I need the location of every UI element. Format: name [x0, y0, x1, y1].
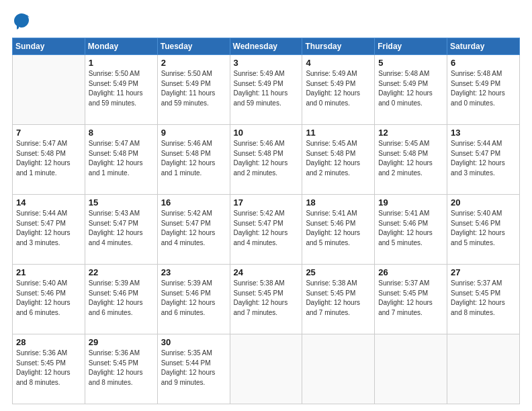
day-info: Sunrise: 5:41 AM Sunset: 5:46 PM Dayligh…	[306, 209, 371, 248]
weekday-header-sunday: Sunday	[13, 38, 85, 55]
day-info: Sunrise: 5:42 AM Sunset: 5:47 PM Dayligh…	[234, 209, 299, 248]
calendar-cell: 29Sunrise: 5:36 AM Sunset: 5:45 PM Dayli…	[85, 334, 157, 404]
weekday-header-saturday: Saturday	[447, 38, 520, 55]
day-info: Sunrise: 5:44 AM Sunset: 5:47 PM Dayligh…	[451, 139, 516, 178]
calendar-cell: 24Sunrise: 5:38 AM Sunset: 5:45 PM Dayli…	[230, 265, 302, 334]
day-number: 17	[234, 197, 299, 208]
day-info: Sunrise: 5:41 AM Sunset: 5:46 PM Dayligh…	[378, 209, 443, 248]
day-number: 5	[378, 58, 443, 68]
day-number: 8	[89, 128, 154, 138]
weekday-header-row: SundayMondayTuesdayWednesdayThursdayFrid…	[13, 38, 520, 55]
calendar-cell: 2Sunrise: 5:50 AM Sunset: 5:49 PM Daylig…	[157, 55, 230, 125]
calendar-cell: 4Sunrise: 5:49 AM Sunset: 5:49 PM Daylig…	[302, 55, 375, 125]
header	[12, 12, 520, 31]
day-info: Sunrise: 5:40 AM Sunset: 5:46 PM Dayligh…	[451, 209, 516, 248]
weekday-header-friday: Friday	[375, 38, 447, 55]
logo-icon	[12, 12, 31, 31]
logo	[12, 12, 34, 31]
calendar-cell: 17Sunrise: 5:42 AM Sunset: 5:47 PM Dayli…	[230, 195, 302, 265]
calendar-cell: 1Sunrise: 5:50 AM Sunset: 5:49 PM Daylig…	[85, 55, 157, 125]
day-number: 22	[89, 267, 154, 277]
calendar-cell: 8Sunrise: 5:47 AM Sunset: 5:48 PM Daylig…	[85, 125, 157, 195]
day-number: 24	[234, 267, 299, 277]
day-number: 29	[89, 337, 154, 347]
calendar-cell	[230, 334, 302, 404]
day-info: Sunrise: 5:49 AM Sunset: 5:49 PM Dayligh…	[306, 69, 371, 108]
day-number: 19	[378, 197, 443, 208]
day-info: Sunrise: 5:40 AM Sunset: 5:46 PM Dayligh…	[16, 279, 81, 318]
calendar-cell	[13, 55, 85, 125]
day-number: 4	[306, 58, 371, 68]
week-row-5: 28Sunrise: 5:36 AM Sunset: 5:45 PM Dayli…	[13, 334, 520, 404]
day-number: 23	[161, 267, 226, 277]
day-number: 2	[161, 58, 226, 68]
day-info: Sunrise: 5:48 AM Sunset: 5:49 PM Dayligh…	[451, 69, 516, 108]
day-info: Sunrise: 5:47 AM Sunset: 5:48 PM Dayligh…	[89, 139, 154, 178]
day-number: 18	[306, 197, 371, 208]
day-info: Sunrise: 5:39 AM Sunset: 5:46 PM Dayligh…	[161, 279, 226, 318]
day-number: 12	[378, 128, 443, 138]
calendar-cell: 11Sunrise: 5:45 AM Sunset: 5:48 PM Dayli…	[302, 125, 375, 195]
calendar-cell: 27Sunrise: 5:37 AM Sunset: 5:45 PM Dayli…	[447, 265, 520, 334]
calendar-cell: 13Sunrise: 5:44 AM Sunset: 5:47 PM Dayli…	[447, 125, 520, 195]
day-info: Sunrise: 5:37 AM Sunset: 5:45 PM Dayligh…	[378, 279, 443, 318]
day-info: Sunrise: 5:46 AM Sunset: 5:48 PM Dayligh…	[234, 139, 299, 178]
calendar-cell: 28Sunrise: 5:36 AM Sunset: 5:45 PM Dayli…	[13, 334, 85, 404]
day-info: Sunrise: 5:36 AM Sunset: 5:45 PM Dayligh…	[16, 349, 81, 387]
day-number: 11	[306, 128, 371, 138]
calendar-cell: 18Sunrise: 5:41 AM Sunset: 5:46 PM Dayli…	[302, 195, 375, 265]
calendar-cell: 16Sunrise: 5:42 AM Sunset: 5:47 PM Dayli…	[157, 195, 230, 265]
day-number: 21	[16, 267, 81, 277]
day-number: 1	[89, 58, 154, 68]
calendar-cell: 19Sunrise: 5:41 AM Sunset: 5:46 PM Dayli…	[375, 195, 447, 265]
day-info: Sunrise: 5:47 AM Sunset: 5:48 PM Dayligh…	[16, 139, 81, 178]
calendar-cell: 30Sunrise: 5:35 AM Sunset: 5:44 PM Dayli…	[157, 334, 230, 404]
day-info: Sunrise: 5:38 AM Sunset: 5:45 PM Dayligh…	[234, 279, 299, 318]
day-number: 20	[451, 197, 516, 208]
week-row-3: 14Sunrise: 5:44 AM Sunset: 5:47 PM Dayli…	[13, 195, 520, 265]
weekday-header-wednesday: Wednesday	[230, 38, 302, 55]
day-info: Sunrise: 5:50 AM Sunset: 5:49 PM Dayligh…	[161, 69, 226, 108]
calendar-cell: 12Sunrise: 5:45 AM Sunset: 5:48 PM Dayli…	[375, 125, 447, 195]
calendar-cell: 10Sunrise: 5:46 AM Sunset: 5:48 PM Dayli…	[230, 125, 302, 195]
day-info: Sunrise: 5:49 AM Sunset: 5:49 PM Dayligh…	[234, 69, 299, 108]
weekday-header-tuesday: Tuesday	[157, 38, 230, 55]
day-info: Sunrise: 5:45 AM Sunset: 5:48 PM Dayligh…	[306, 139, 371, 178]
day-number: 28	[16, 337, 81, 347]
day-info: Sunrise: 5:46 AM Sunset: 5:48 PM Dayligh…	[161, 139, 226, 178]
day-number: 16	[161, 197, 226, 208]
day-info: Sunrise: 5:36 AM Sunset: 5:45 PM Dayligh…	[89, 349, 154, 387]
day-number: 6	[451, 58, 516, 68]
day-info: Sunrise: 5:42 AM Sunset: 5:47 PM Dayligh…	[161, 209, 226, 248]
calendar-cell: 6Sunrise: 5:48 AM Sunset: 5:49 PM Daylig…	[447, 55, 520, 125]
calendar-cell: 23Sunrise: 5:39 AM Sunset: 5:46 PM Dayli…	[157, 265, 230, 334]
calendar-cell: 5Sunrise: 5:48 AM Sunset: 5:49 PM Daylig…	[375, 55, 447, 125]
calendar-cell: 15Sunrise: 5:43 AM Sunset: 5:47 PM Dayli…	[85, 195, 157, 265]
day-info: Sunrise: 5:39 AM Sunset: 5:46 PM Dayligh…	[89, 279, 154, 318]
calendar-cell: 22Sunrise: 5:39 AM Sunset: 5:46 PM Dayli…	[85, 265, 157, 334]
weekday-header-thursday: Thursday	[302, 38, 375, 55]
day-number: 9	[161, 128, 226, 138]
day-info: Sunrise: 5:45 AM Sunset: 5:48 PM Dayligh…	[378, 139, 443, 178]
day-info: Sunrise: 5:44 AM Sunset: 5:47 PM Dayligh…	[16, 209, 81, 248]
day-number: 14	[16, 197, 81, 208]
calendar-cell: 14Sunrise: 5:44 AM Sunset: 5:47 PM Dayli…	[13, 195, 85, 265]
week-row-1: 1Sunrise: 5:50 AM Sunset: 5:49 PM Daylig…	[13, 55, 520, 125]
day-number: 30	[161, 337, 226, 347]
day-info: Sunrise: 5:37 AM Sunset: 5:45 PM Dayligh…	[451, 279, 516, 318]
calendar-cell: 9Sunrise: 5:46 AM Sunset: 5:48 PM Daylig…	[157, 125, 230, 195]
day-number: 10	[234, 128, 299, 138]
day-number: 13	[451, 128, 516, 138]
calendar-cell	[447, 334, 520, 404]
day-number: 27	[451, 267, 516, 277]
calendar-cell: 7Sunrise: 5:47 AM Sunset: 5:48 PM Daylig…	[13, 125, 85, 195]
day-info: Sunrise: 5:50 AM Sunset: 5:49 PM Dayligh…	[89, 69, 154, 108]
calendar-cell: 25Sunrise: 5:38 AM Sunset: 5:45 PM Dayli…	[302, 265, 375, 334]
page: SundayMondayTuesdayWednesdayThursdayFrid…	[0, 0, 532, 411]
calendar-cell: 21Sunrise: 5:40 AM Sunset: 5:46 PM Dayli…	[13, 265, 85, 334]
day-number: 25	[306, 267, 371, 277]
day-info: Sunrise: 5:43 AM Sunset: 5:47 PM Dayligh…	[89, 209, 154, 248]
calendar-cell: 3Sunrise: 5:49 AM Sunset: 5:49 PM Daylig…	[230, 55, 302, 125]
day-number: 7	[16, 128, 81, 138]
calendar-table: SundayMondayTuesdayWednesdayThursdayFrid…	[12, 38, 520, 404]
